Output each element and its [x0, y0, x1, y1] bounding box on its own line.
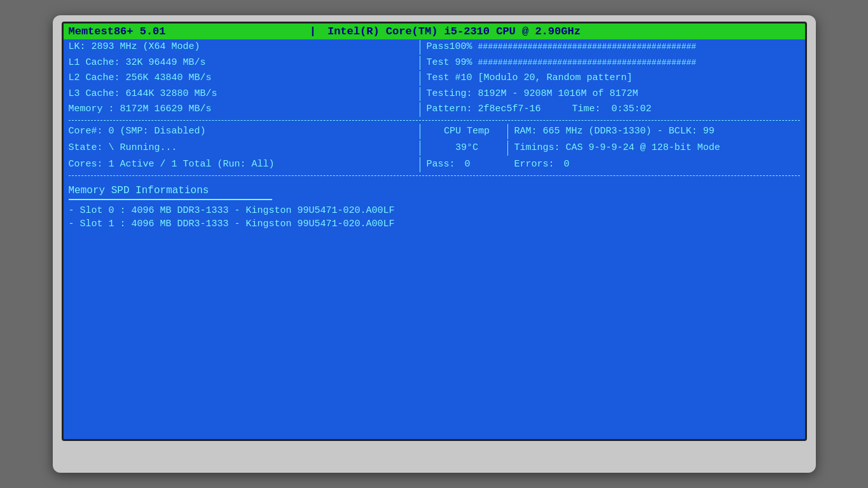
testing-label: Testing: 8192M - 9208M 1016M of 8172M	[427, 88, 638, 99]
monitor: 🐻 VA702 Memtest86+ 5.01 | Intel(R) Core(…	[53, 15, 816, 473]
l1-cache: L1 Cache: 32K 96449 MB/s	[69, 57, 206, 68]
spd-divider	[69, 199, 272, 200]
title-left: Memtest86+ 5.01	[69, 25, 305, 37]
divider-1	[69, 120, 800, 121]
pass-label: Pass100%	[427, 41, 472, 52]
spd-slot0: - Slot 0 : 4096 MB DDR3-1333 - Kingston …	[69, 205, 800, 216]
timings-label: Timings: CAS 9-9-9-24 @ 128-bit Mode	[514, 142, 720, 153]
l3-cache: L3 Cache: 6144K 32880 MB/s	[69, 88, 217, 99]
state-cell: State: \ Running...	[69, 140, 420, 156]
pass-count: 0	[465, 159, 471, 170]
test-label: Test #10 [Modulo 20, Random pattern]	[427, 72, 633, 83]
hash-pass: ########################################…	[478, 42, 696, 51]
temp-value-cell: 39°C	[420, 140, 507, 156]
divider-2	[69, 175, 800, 176]
l2-cache: L2 Cache: 256K 43840 MB/s	[69, 72, 212, 83]
ram-cell: RAM: 665 MHz (DDR3-1330) - BCLK: 99	[507, 124, 800, 139]
state-line: State: \ Running...	[69, 142, 177, 153]
spd-title: Memory SPD Informations	[69, 185, 800, 196]
ram-label: RAM: 665 MHz (DDR3-1330) - BCLK: 99	[514, 126, 715, 137]
time-value: 0:35:02	[612, 104, 652, 114]
pass-count-label: Pass:	[427, 159, 455, 170]
title-right: Intel(R) Core(TM) i5-2310 CPU @ 2.90GHz	[321, 25, 800, 37]
cores-line: Cores: 1 Active / 1 Total (Run: All)	[69, 159, 275, 170]
clk-cell: LK: 2893 MHz (X64 Mode)	[69, 40, 420, 55]
test-label-cell: Test #10 [Modulo 20, Random pattern]	[420, 71, 800, 86]
temp-value: 39°C	[455, 142, 478, 153]
clk-line: LK: 2893 MHz (X64 Mode)	[69, 41, 200, 52]
cores-cell: Cores: 1 Active / 1 Total (Run: All)	[69, 157, 420, 172]
memtest-screen: Memtest86+ 5.01 | Intel(R) Core(TM) i5-2…	[62, 22, 807, 441]
errors-label: Errors:	[514, 159, 555, 170]
memory-cell: Memory : 8172M 16629 MB/s	[69, 102, 420, 117]
test-pct: Test 99%	[427, 57, 472, 68]
core-line: Core#: 0 (SMP: Disabled)	[69, 126, 206, 137]
hash-test: ########################################…	[478, 58, 696, 67]
errors-count: 0	[564, 159, 570, 170]
pass-cell: Pass100% ###############################…	[420, 40, 800, 55]
pattern-label: Pattern: 2f8ec5f7-16	[427, 104, 541, 114]
spd-slot1: - Slot 1 : 4096 MB DDR3-1333 - Kingston …	[69, 219, 800, 229]
spd-section: Memory SPD Informations - Slot 0 : 4096 …	[64, 179, 805, 232]
test-pct-cell: Test 99% ###############################…	[420, 56, 800, 71]
l1-cell: L1 Cache: 32K 96449 MB/s	[69, 56, 420, 71]
time-label: Time: 0:35:02	[572, 104, 652, 114]
core-cell: Core#: 0 (SMP: Disabled)	[69, 124, 420, 139]
l3-cell: L3 Cache: 6144K 32880 MB/s	[69, 87, 420, 102]
title-bar: Memtest86+ 5.01 | Intel(R) Core(TM) i5-2…	[64, 24, 805, 39]
cpu-temp-label: CPU Temp	[444, 126, 490, 137]
testing-cell: Testing: 8192M - 9208M 1016M of 8172M	[420, 87, 800, 102]
memory-line: Memory : 8172M 16629 MB/s	[69, 104, 212, 114]
cpu-temp-label-cell: CPU Temp	[420, 124, 507, 139]
timings-cell: Timings: CAS 9-9-9-24 @ 128-bit Mode	[507, 140, 800, 156]
pass-errors-cell: Pass: 0 Errors: 0	[420, 157, 800, 172]
l2-cell: L2 Cache: 256K 43840 MB/s	[69, 71, 420, 86]
pattern-cell: Pattern: 2f8ec5f7-16 Time: 0:35:02	[420, 102, 800, 117]
